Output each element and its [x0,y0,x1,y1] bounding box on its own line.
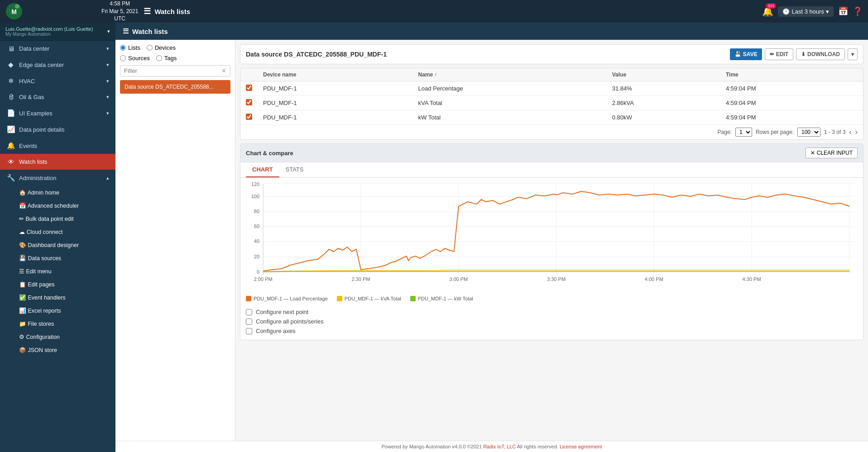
datasource-actions: 💾 SAVE ✏ EDIT ⬇ DOWNLOAD ▾ [730,48,858,60]
filter-input[interactable] [124,67,221,74]
logo: M [5,3,96,20]
radio-tags[interactable]: Tags [156,55,177,62]
sidebar-item-ui-examples[interactable]: 📄 UI Examples ▾ [0,105,115,121]
svg-text:2:30 PM: 2:30 PM [351,276,370,282]
help-button[interactable]: ❓ [853,6,863,16]
sidebar-sub-excel-reports[interactable]: 📊 Excel reports [0,304,115,317]
sidebar-item-events[interactable]: 🔔 Events [0,138,115,154]
col-header-time: Time [720,68,863,81]
sidebar-sub-cloud-connect[interactable]: ☁ Cloud connect [0,225,115,238]
radio-row-top: Lists Devices [120,44,230,51]
row-value: 2.86kVA [607,96,720,110]
calendar-button[interactable]: 📅 [838,6,848,16]
panel-title: Watch lists [132,28,168,35]
footer-company-link[interactable]: Radix IoT, LLC [483,444,516,449]
notification-bell[interactable]: 🔔 325 [762,6,773,17]
svg-text:4:00 PM: 4:00 PM [645,276,663,282]
table-row: PDU_MDF-1 kW Total 0.80kW 4:59:04 PM [240,110,863,125]
radio-lists[interactable]: Lists [120,44,140,51]
administration-icon: 🔧 [6,174,15,182]
sidebar-sub-file-stores[interactable]: 📁 File stores [0,317,115,330]
sidebar: Luis.Guette@radixiot.com (Luis Guette) M… [0,23,115,452]
configure-checkboxes: Configure next point Configure all point… [240,305,863,340]
col-header-checkbox [240,68,258,81]
list-item-datasource[interactable]: Data source DS_ATCEDC_205588... [120,80,230,94]
row-value: 31.84% [607,81,720,96]
sidebar-item-watch-lists[interactable]: 👁 Watch lists [0,154,115,170]
row-checkbox-cell [240,110,258,125]
configure-next-point[interactable]: Configure next point [246,309,858,315]
svg-text:3:00 PM: 3:00 PM [449,276,468,282]
download-button[interactable]: ⬇ DOWNLOAD [796,48,845,60]
download-icon: ⬇ [801,51,806,57]
sidebar-item-oil-gas[interactable]: 🛢 Oil & Gas ▾ [0,89,115,105]
row-checkbox[interactable] [246,114,252,120]
footer: Powered by Mango Automation v4.0.0 ©2021… [115,441,868,452]
sidebar-item-hvac[interactable]: ❄ HVAC ▾ [0,73,115,89]
chart-tabs: CHART STATS [240,162,863,178]
chart-header: Chart & compare ✕ CLEAR INPUT [240,144,863,162]
sidebar-sub-event-handlers[interactable]: ✅ Event handlers [0,291,115,304]
page-select[interactable]: 1 [735,128,752,137]
filter-input-wrap[interactable]: ✕ [120,65,230,76]
footer-license-link[interactable]: License agreement [560,444,602,449]
hamburger-icon[interactable]: ☰ [144,6,151,16]
sidebar-sub-configuration[interactable]: ⚙ Configuration [0,330,115,343]
chevron-down-icon: ▾ [106,110,109,116]
sidebar-sub-edit-menu[interactable]: ☰ Edit menu [0,265,115,278]
user-org: My Mango Automation [5,32,93,37]
configure-axes[interactable]: Configure axes [246,328,858,334]
excel-icon: 📊 [19,308,26,314]
svg-text:80: 80 [254,209,259,214]
save-button[interactable]: 💾 SAVE [730,48,762,60]
sidebar-sub-dashboard-designer[interactable]: 🎨 Dashboard designer [0,238,115,252]
row-checkbox[interactable] [246,85,252,91]
user-dropdown-icon[interactable]: ▾ [107,29,110,34]
notification-count: 325 [766,3,776,9]
sidebar-item-administration[interactable]: 🔧 Administration ▴ [0,170,115,186]
config-icon: ⚙ [19,334,24,340]
legend-color-kw [410,296,416,301]
pagination-range: 1 - 3 of 3 [824,129,845,135]
radio-sources[interactable]: Sources [120,55,150,62]
event-handlers-icon: ✅ [19,295,26,301]
sidebar-item-edge-data-center[interactable]: ◆ Edge data center ▾ [0,57,115,73]
legend-color-kva [337,296,342,301]
datasource-header: Data source DS_ATCEDC_205588_PDU_MDF-1 💾… [240,44,863,64]
tab-chart[interactable]: CHART [246,162,279,177]
svg-text:2:00 PM: 2:00 PM [254,276,273,282]
watch-lists-icon: 👁 [6,158,15,166]
prev-page-button[interactable]: ‹ [849,128,851,136]
sidebar-item-data-point-details[interactable]: 📈 Data point details [0,121,115,138]
more-button[interactable]: ▾ [848,48,858,60]
sidebar-sub-edit-pages[interactable]: 📋 Edit pages [0,278,115,291]
footer-rights: All rights reserved. [517,444,558,449]
sidebar-sub-json-store[interactable]: 📦 JSON store [0,343,115,357]
chart-title: Chart & compare [246,150,293,157]
bulk-edit-icon: ✏ [19,216,24,222]
sidebar-sub-advanced-scheduler[interactable]: 📅 Advanced scheduler [0,199,115,212]
time-range-selector[interactable]: 🕐 Last 3 hours ▾ [778,6,834,17]
next-page-button[interactable]: › [855,128,858,136]
clear-filter-icon[interactable]: ✕ [221,67,226,74]
edit-icon: ✏ [770,51,774,57]
ui-examples-icon: 📄 [6,109,15,117]
col-header-name: Name ↑ [413,68,607,81]
scheduler-icon: 📅 [19,203,26,209]
tab-stats[interactable]: STATS [279,162,310,177]
row-checkbox[interactable] [246,99,252,105]
row-time: 4:59:04 PM [720,110,863,125]
clear-input-button[interactable]: ✕ CLEAR INPUT [806,147,858,158]
content-body: Lists Devices Sources Tags [115,40,868,441]
sidebar-sub-bulk-edit[interactable]: ✏ Bulk data point edit [0,212,115,225]
svg-text:40: 40 [254,238,259,244]
sidebar-item-data-center[interactable]: 🖥 Data center ▾ [0,41,115,57]
rows-per-page-select[interactable]: 100 [797,128,820,137]
radio-devices[interactable]: Devices [147,44,176,51]
svg-text:60: 60 [254,224,259,229]
sidebar-sub-admin-home[interactable]: 🏠 Admin home [0,186,115,199]
edit-button[interactable]: ✏ EDIT [765,48,793,60]
col-header-device: Device name [258,68,413,81]
sidebar-sub-data-sources[interactable]: 💾 Data sources [0,252,115,265]
configure-all-points[interactable]: Configure all points/series [246,318,858,325]
